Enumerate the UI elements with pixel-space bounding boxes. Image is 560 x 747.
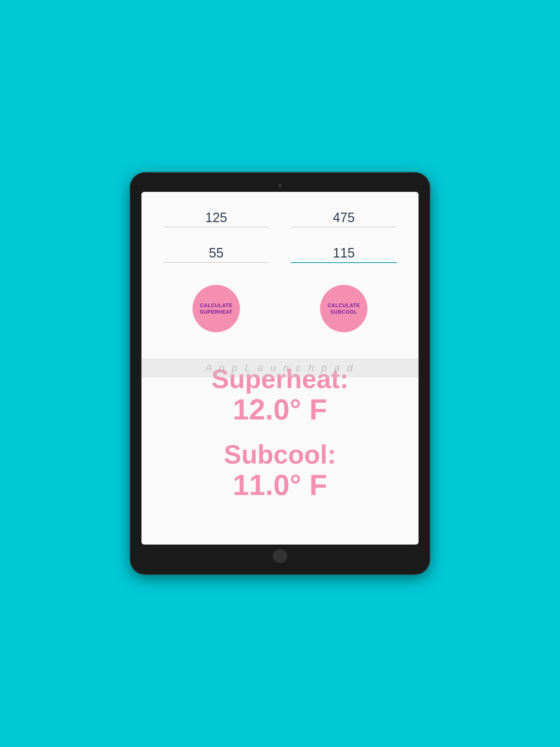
calculate-subcool-wrapper: CALCULATE SUBCOOL: [280, 278, 408, 340]
buttons-row: CALCULATE SUPERHEAT CALCULATE SUBCOOL: [152, 278, 408, 340]
tablet-home-button[interactable]: [273, 549, 287, 563]
tablet-frame: 125 475 55 115 CALCULATE SUPERHEAT: [131, 173, 429, 574]
suction-temp-value[interactable]: 55: [163, 245, 269, 261]
tablet-screen: 125 475 55 115 CALCULATE SUPERHEAT: [141, 192, 419, 545]
calculate-superheat-wrapper: CALCULATE SUPERHEAT: [152, 278, 280, 340]
discharge-pressure-value[interactable]: 475: [291, 210, 397, 225]
suction-pressure-value[interactable]: 125: [163, 210, 269, 225]
discharge-pressure-group: 475: [280, 206, 408, 231]
superheat-label: Superheat:: [211, 365, 349, 394]
subcool-value: 11.0° F: [233, 469, 327, 501]
liquid-temp-value[interactable]: 115: [291, 245, 397, 261]
liquid-temp-line: [291, 262, 397, 263]
suction-temp-line: [163, 262, 269, 263]
inputs-grid-row2: 55 115: [152, 242, 408, 267]
inputs-grid-row1: 125 475: [152, 206, 408, 231]
results-section: Superheat: 12.0° F Subcool: 11.0° F: [152, 347, 408, 534]
tablet-camera: [278, 184, 282, 187]
suction-pressure-line: [163, 227, 269, 227]
superheat-value: 12.0° F: [233, 394, 327, 426]
discharge-pressure-line: [291, 227, 397, 227]
liquid-temp-group: 115: [280, 242, 408, 267]
calculate-superheat-button[interactable]: CALCULATE SUPERHEAT: [192, 285, 240, 332]
suction-pressure-group: 125: [152, 206, 280, 231]
subcool-label: Subcool:: [224, 440, 336, 469]
suction-temp-group: 55: [152, 242, 280, 267]
calculate-subcool-button[interactable]: CALCULATE SUBCOOL: [320, 285, 368, 332]
